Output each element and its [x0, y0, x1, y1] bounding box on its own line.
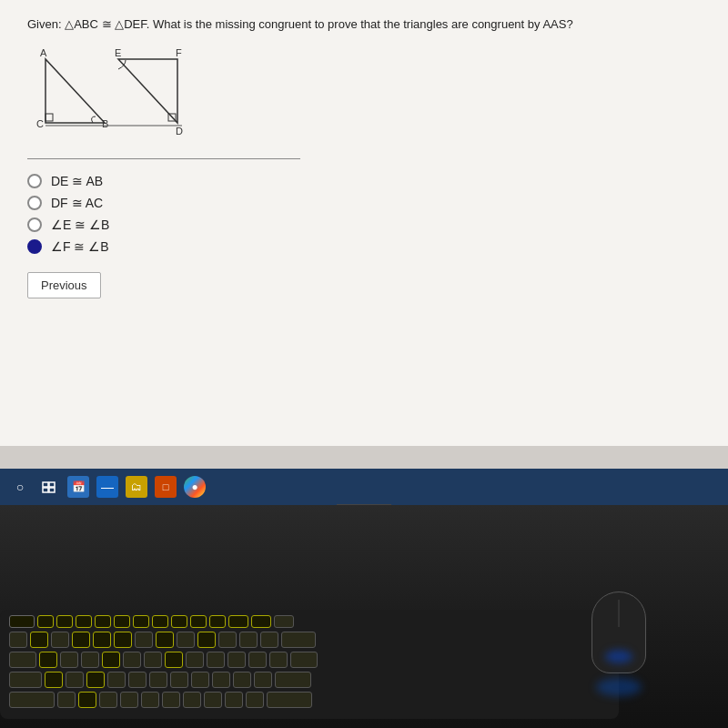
- taskbar: ○ 📅 — 🗂 □ ●: [0, 469, 728, 505]
- key-3[interactable]: [72, 632, 90, 648]
- taskbar-search-icon[interactable]: [38, 476, 60, 498]
- answer-option-c[interactable]: ∠E ≅ ∠B: [27, 217, 701, 232]
- previous-button[interactable]: Previous: [27, 272, 101, 298]
- key-o[interactable]: [207, 652, 225, 668]
- svg-text:D: D: [176, 126, 183, 136]
- key-f10[interactable]: [209, 615, 226, 628]
- key-f6[interactable]: [133, 615, 149, 628]
- key-rbracket[interactable]: [269, 652, 288, 668]
- key-6[interactable]: [135, 632, 153, 648]
- radio-b[interactable]: [27, 196, 42, 210]
- key-f7[interactable]: [152, 615, 168, 628]
- key-tab[interactable]: [9, 652, 36, 668]
- answer-option-a[interactable]: DE ≅ AB: [27, 174, 701, 188]
- svg-rect-12: [49, 482, 55, 487]
- key-f3[interactable]: [76, 615, 92, 628]
- key-p[interactable]: [228, 652, 246, 668]
- key-semicolon[interactable]: [233, 672, 251, 688]
- taskbar-chrome-icon[interactable]: ●: [184, 476, 206, 498]
- key-j[interactable]: [170, 672, 188, 688]
- keyboard-row-asdf: [9, 672, 610, 688]
- key-5[interactable]: [114, 632, 132, 648]
- radio-d[interactable]: [27, 239, 42, 254]
- key-f11[interactable]: [228, 615, 248, 628]
- content-area: Given: △ABC ≅ △DEF. What is the missing …: [0, 0, 728, 446]
- key-equals[interactable]: [260, 632, 278, 648]
- key-f5[interactable]: [114, 615, 130, 628]
- answer-text-c: ∠E ≅ ∠B: [51, 217, 109, 232]
- answer-option-b[interactable]: DF ≅ AC: [27, 196, 701, 210]
- key-prtsc[interactable]: [274, 615, 294, 628]
- key-e[interactable]: [81, 652, 99, 668]
- key-rshift[interactable]: [267, 692, 312, 708]
- taskbar-start-icon[interactable]: ○: [9, 476, 31, 498]
- key-backtick[interactable]: [9, 632, 27, 648]
- key-7[interactable]: [156, 632, 174, 648]
- mouse-glow: [596, 678, 642, 696]
- key-minus[interactable]: [239, 632, 258, 648]
- radio-c[interactable]: [27, 217, 42, 232]
- taskbar-browser-icon[interactable]: —: [96, 476, 118, 498]
- key-backslash[interactable]: [290, 652, 318, 668]
- key-f4[interactable]: [95, 615, 111, 628]
- key-f8[interactable]: [171, 615, 187, 628]
- key-f12[interactable]: [251, 615, 271, 628]
- key-comma[interactable]: [204, 692, 222, 708]
- svg-rect-1: [46, 114, 53, 121]
- key-f9[interactable]: [190, 615, 207, 628]
- keyboard-row-zxcv: [9, 692, 610, 708]
- key-f1[interactable]: [37, 615, 54, 628]
- key-w[interactable]: [60, 652, 78, 668]
- answer-text-a: DE ≅ AB: [51, 174, 103, 188]
- svg-text:C: C: [36, 118, 44, 129]
- key-d[interactable]: [86, 672, 105, 688]
- key-g[interactable]: [128, 672, 147, 688]
- answer-option-d[interactable]: ∠F ≅ ∠B: [27, 239, 701, 254]
- key-i[interactable]: [186, 652, 204, 668]
- key-enter[interactable]: [275, 672, 311, 688]
- divider-line: [27, 158, 300, 159]
- key-lbracket[interactable]: [248, 652, 267, 668]
- key-c[interactable]: [99, 692, 117, 708]
- key-t[interactable]: [123, 652, 141, 668]
- key-k[interactable]: [191, 672, 209, 688]
- key-lshift[interactable]: [9, 692, 55, 708]
- key-slash[interactable]: [246, 692, 264, 708]
- key-x[interactable]: [78, 692, 96, 708]
- taskbar-window-icon[interactable]: □: [155, 476, 177, 498]
- key-period[interactable]: [225, 692, 243, 708]
- key-z[interactable]: [57, 692, 76, 708]
- key-f2[interactable]: [56, 615, 73, 628]
- taskbar-calendar-icon[interactable]: 📅: [67, 476, 89, 498]
- key-q[interactable]: [39, 652, 57, 668]
- key-r[interactable]: [102, 652, 120, 668]
- radio-a[interactable]: [27, 174, 42, 188]
- key-9[interactable]: [197, 632, 216, 648]
- key-n[interactable]: [162, 692, 180, 708]
- question-text: Given: △ABC ≅ △DEF. What is the missing …: [27, 16, 701, 33]
- key-u[interactable]: [165, 652, 183, 668]
- taskbar-folder-icon[interactable]: 🗂: [126, 476, 147, 498]
- mouse-area: [582, 592, 655, 692]
- key-2[interactable]: [51, 632, 69, 648]
- key-b[interactable]: [141, 692, 159, 708]
- svg-marker-0: [46, 59, 105, 123]
- key-h[interactable]: [149, 672, 167, 688]
- key-m[interactable]: [183, 692, 201, 708]
- answer-text-d: ∠F ≅ ∠B: [51, 239, 109, 254]
- key-caps[interactable]: [9, 672, 42, 688]
- key-1[interactable]: [30, 632, 48, 648]
- key-a[interactable]: [45, 672, 63, 688]
- key-v[interactable]: [120, 692, 138, 708]
- key-y[interactable]: [144, 652, 162, 668]
- key-quote[interactable]: [254, 672, 272, 688]
- key-backspace[interactable]: [281, 632, 316, 648]
- key-8[interactable]: [177, 632, 195, 648]
- key-esc[interactable]: [9, 615, 35, 628]
- key-l[interactable]: [212, 672, 230, 688]
- key-4[interactable]: [93, 632, 111, 648]
- key-0[interactable]: [218, 632, 237, 648]
- key-s[interactable]: [66, 672, 84, 688]
- monitor-screen: Given: △ABC ≅ △DEF. What is the missing …: [0, 0, 728, 505]
- key-f[interactable]: [107, 672, 126, 688]
